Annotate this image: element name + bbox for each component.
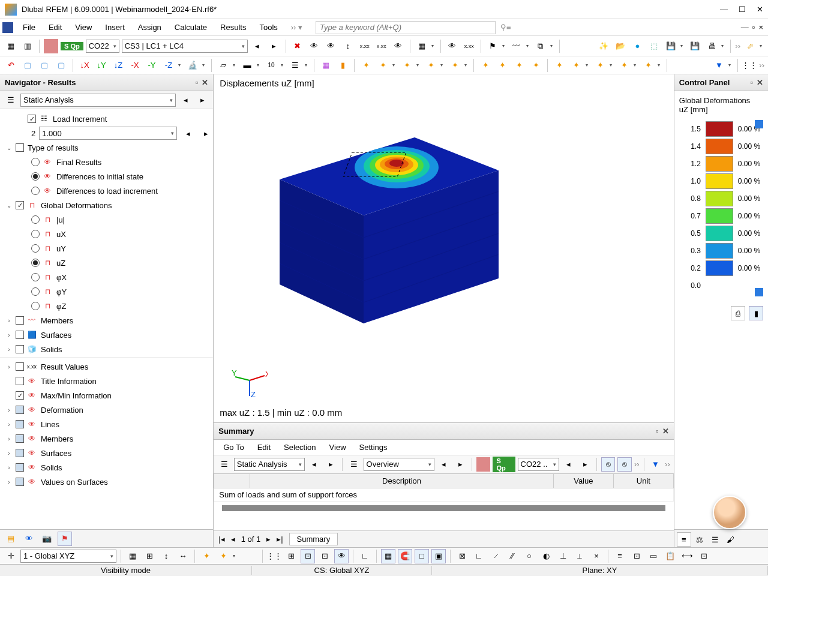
menu-tools[interactable]: Tools — [253, 21, 283, 34]
tool-open-icon[interactable]: 📂 — [613, 39, 628, 53]
tor-final[interactable]: Final Results — [55, 158, 101, 167]
bt-ang-icon[interactable]: ∟ — [358, 549, 372, 563]
sum-combo1[interactable]: Static Analysis — [234, 458, 305, 471]
tree-solids2[interactable]: Solids — [40, 463, 62, 472]
tool-xxx3-icon[interactable]: x.xx — [462, 39, 476, 53]
bt-s3-icon[interactable]: ⟋ — [488, 549, 503, 563]
tool-new-icon[interactable]: ✨ — [596, 39, 611, 53]
viewport-3d[interactable]: Displacements uZ [mm] — [214, 74, 674, 422]
tool-grid2-icon[interactable]: ⋮⋮ — [742, 58, 757, 73]
bt-s4-icon[interactable]: ⁄⁄ — [505, 549, 520, 563]
tool-layers-icon[interactable]: ☰ — [288, 58, 302, 73]
nav-prev-button[interactable]: ◂ — [178, 93, 193, 107]
li-prev-button[interactable]: ◂ — [181, 126, 195, 140]
tool-fill-icon[interactable]: ▮ — [335, 58, 350, 73]
bt-snap1-icon[interactable]: ⊡ — [301, 549, 315, 563]
bt-r3-icon[interactable]: □ — [415, 549, 429, 563]
gd-ux[interactable]: uX — [55, 230, 66, 239]
sum-c3-prev[interactable]: ◂ — [562, 457, 576, 472]
menubar-restore-icon[interactable]: ▫ — [752, 23, 755, 32]
sum-link2-icon[interactable]: ⎋ — [617, 457, 632, 472]
tree-title-info[interactable]: Title Information — [40, 377, 97, 386]
tool-box1-icon[interactable]: ▢ — [20, 58, 35, 73]
bt-s1-icon[interactable]: ⊠ — [455, 549, 469, 563]
tool-xxx2-icon[interactable]: x.xx — [374, 39, 389, 53]
sum-type-icon[interactable]: ☰ — [217, 457, 232, 472]
navigator-tree[interactable]: ✓☷Load Increment 2 1.000 ◂ ▸ ⌄Type of re… — [0, 109, 213, 529]
menu-calculate[interactable]: Calculate — [169, 21, 213, 34]
sumcol-desc[interactable]: Description — [250, 474, 554, 488]
tool-s5-icon[interactable]: ✦ — [448, 58, 462, 73]
nav-type-icon[interactable]: ☰ — [4, 93, 18, 107]
pager-next[interactable]: ▸ — [266, 535, 271, 544]
search-options-icon[interactable]: ⚲≡ — [500, 23, 511, 32]
sum-filter-icon[interactable]: ▼ — [649, 457, 663, 472]
bt-s9-icon[interactable]: × — [589, 549, 604, 563]
sum-c2-prev[interactable]: ◂ — [437, 457, 451, 472]
tool-saveas-icon[interactable]: 💾 — [688, 39, 702, 53]
tool-grid-icon[interactable]: ▦ — [415, 39, 429, 53]
sum-swatch-icon[interactable] — [476, 457, 491, 472]
bt-s7-icon[interactable]: ⊥ — [556, 549, 570, 563]
bt-s8-icon[interactable]: ⟂ — [572, 549, 587, 563]
tree-solids[interactable]: Solids — [40, 345, 62, 354]
tool-s1-icon[interactable]: ✦ — [359, 58, 373, 73]
gd-u[interactable]: |u| — [55, 215, 65, 224]
bt-t4-icon[interactable]: 📋 — [663, 549, 677, 563]
menu-edit[interactable]: Edit — [43, 21, 68, 34]
tool-misc-icon[interactable]: ⧉ — [533, 39, 548, 53]
pager-last[interactable]: ▸| — [277, 535, 283, 544]
sum-c2-next[interactable]: ▸ — [453, 457, 467, 472]
toolbar-overflow-icon[interactable]: ›› — [735, 41, 740, 50]
menubar-close-icon[interactable]: × — [758, 23, 763, 32]
bt-t1-icon[interactable]: ≡ — [613, 549, 627, 563]
tool-arrow-icon[interactable]: ↕ — [341, 39, 355, 53]
menu-overflow-icon[interactable]: ›› ▾ — [291, 23, 302, 32]
bt-r2-icon[interactable]: 🧲 — [398, 549, 412, 563]
sum-link1-icon[interactable]: ⎋ — [601, 457, 616, 472]
tool-save-icon[interactable]: 💾 — [664, 39, 678, 53]
tool-s13-icon[interactable]: ✦ — [617, 58, 631, 73]
bt-snap3-icon[interactable]: 👁 — [334, 549, 349, 563]
bt-snap2-icon[interactable]: ⊡ — [317, 549, 332, 563]
tool-a-icon[interactable]: ▦ — [4, 39, 18, 53]
bt-2-icon[interactable]: ⊞ — [142, 549, 157, 563]
menu-view[interactable]: View — [69, 21, 98, 34]
tool-eye3-icon[interactable]: 👁 — [391, 39, 406, 53]
tool-mesh-icon[interactable]: ▦ — [319, 58, 333, 73]
ctrl-opt1-icon[interactable]: ⎙ — [731, 306, 745, 320]
tool-s4-icon[interactable]: ✦ — [424, 58, 438, 73]
tool-block-icon[interactable]: ⬚ — [647, 39, 661, 53]
navtab-2-icon[interactable]: 👁 — [22, 532, 36, 546]
tree-global-def[interactable]: Global Deformations — [40, 201, 112, 210]
tool-delete-icon[interactable]: ✖ — [290, 39, 305, 53]
nav-next-button[interactable]: ▸ — [195, 93, 209, 107]
ctrltab-2-icon[interactable]: ⚖ — [692, 532, 707, 547]
sum-settings[interactable]: Settings — [353, 442, 394, 453]
color-swatch-icon[interactable] — [44, 39, 58, 53]
menu-assign[interactable]: Assign — [132, 21, 167, 34]
bt-5-icon[interactable]: ✦ — [199, 549, 214, 563]
close-button[interactable]: ✕ — [757, 5, 763, 14]
sum-overflow-icon[interactable]: ›› — [634, 460, 640, 469]
menubar-minimize-icon[interactable]: — — [741, 23, 749, 32]
tree-members2[interactable]: Members — [40, 434, 73, 443]
pager-prev[interactable]: ◂ — [231, 535, 235, 544]
minimize-button[interactable]: — — [720, 5, 728, 14]
assistant-avatar-icon[interactable] — [713, 496, 746, 529]
sum-edit[interactable]: Edit — [251, 442, 277, 453]
sum-selection[interactable]: Selection — [278, 442, 322, 453]
axis-nx-icon[interactable]: -X — [128, 58, 142, 73]
bt-t3-icon[interactable]: ▭ — [646, 549, 661, 563]
bt-axis-icon[interactable]: ✛ — [4, 549, 18, 563]
sum-combo2[interactable]: Overview — [364, 458, 434, 471]
tree-surfaces2[interactable]: Surfaces — [40, 449, 71, 458]
bt-combo-cs[interactable]: 1 - Global XYZ — [20, 550, 116, 563]
sum-dock-icon[interactable]: ▫ — [656, 427, 659, 436]
tree-deformation[interactable]: Deformation — [40, 406, 83, 415]
tool-s10-icon[interactable]: ✦ — [552, 58, 566, 73]
tree-surfaces[interactable]: Surfaces — [40, 331, 71, 340]
axis-x-icon[interactable]: ↓X — [77, 58, 92, 73]
tool-s11-icon[interactable]: ✦ — [569, 58, 583, 73]
li-next-button[interactable]: ▸ — [199, 126, 213, 140]
